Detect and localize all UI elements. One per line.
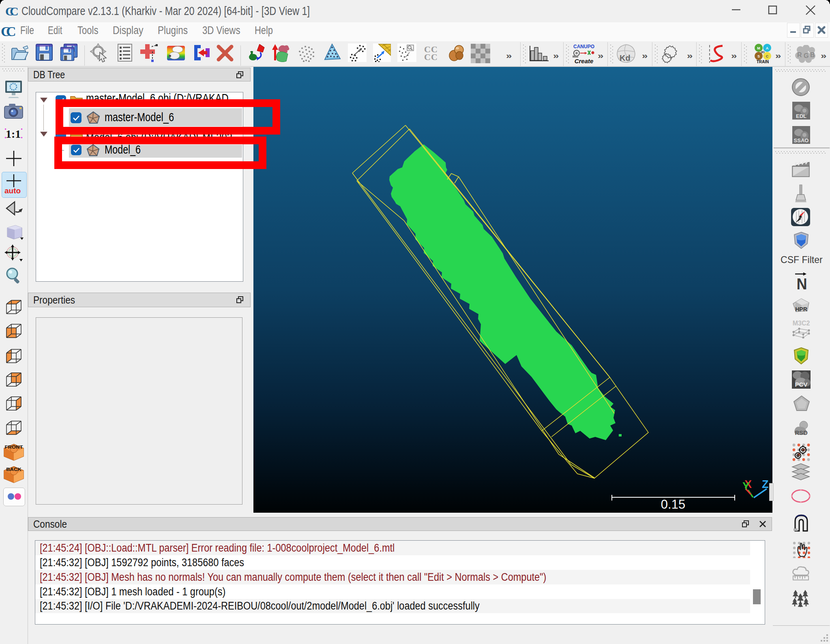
svg-text:Kd: Kd xyxy=(620,53,631,62)
svg-text:PCV: PCV xyxy=(795,381,808,388)
svg-text:C: C xyxy=(10,4,19,18)
svg-text:A: A xyxy=(766,46,769,50)
svg-text:M3C2: M3C2 xyxy=(793,320,810,327)
svg-text:3D: 3D xyxy=(761,50,765,54)
svg-text:M: M xyxy=(757,46,760,50)
svg-text:FRONT: FRONT xyxy=(5,444,23,449)
svg-text:TRAIN: TRAIN xyxy=(757,60,769,64)
svg-text:R: R xyxy=(797,51,802,58)
svg-text:SSAO: SSAO xyxy=(794,137,809,143)
svg-text:G: G xyxy=(804,52,809,59)
svg-text:0.15: 0.15 xyxy=(661,497,685,511)
svg-text:N: N xyxy=(797,275,807,290)
svg-text:CANUPO: CANUPO xyxy=(573,44,594,49)
svg-text:B: B xyxy=(810,51,815,58)
svg-text:RSD: RSD xyxy=(795,429,808,436)
svg-text:BACK: BACK xyxy=(6,466,21,472)
svg-text:Z: Z xyxy=(762,478,769,490)
svg-text:EDL: EDL xyxy=(796,113,806,119)
svg-text:C: C xyxy=(766,54,769,58)
svg-text:HPR: HPR xyxy=(795,306,807,312)
svg-text:S: S xyxy=(757,54,760,58)
svg-text:Create: Create xyxy=(575,58,594,64)
